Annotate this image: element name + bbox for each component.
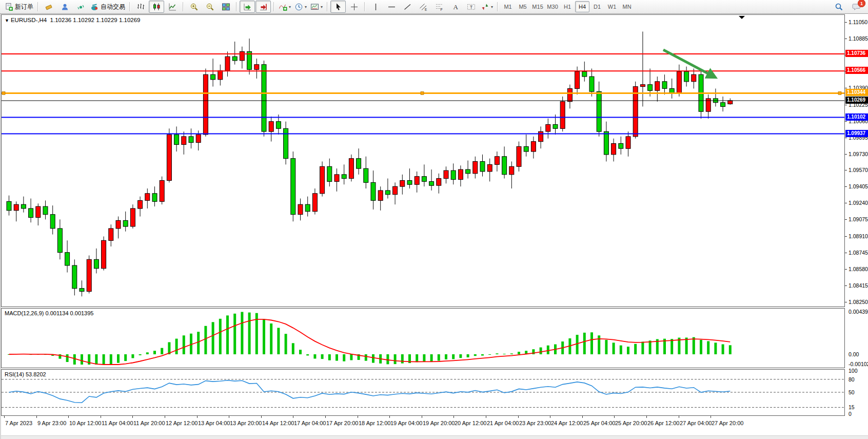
candle	[444, 170, 448, 179]
dropdown-arrow-icon[interactable]: ▾	[305, 5, 307, 9]
crosshair-button[interactable]	[346, 1, 362, 13]
macd-histogram-bar	[103, 354, 105, 365]
timeframe-M30-button[interactable]: M30	[545, 1, 560, 12]
equidistant-channel-button[interactable]: E	[416, 1, 431, 13]
line-handle[interactable]	[2, 91, 5, 94]
candle	[458, 169, 463, 180]
macd-histogram-bar	[277, 328, 280, 355]
date-axis[interactable]: 7 Apr 20239 Apr 23:0010 Apr 12:0011 Apr …	[1, 416, 845, 435]
date-label: 25 Apr 04:00	[583, 420, 615, 426]
ohlc-values: 1.10236 1.10292 1.10229 1.10269	[50, 17, 141, 23]
templates-button[interactable]: ▾	[309, 1, 324, 13]
candle	[334, 175, 339, 182]
trendline-button[interactable]	[400, 1, 415, 13]
timeframe-M15-button[interactable]: M15	[530, 1, 545, 12]
candles-icon	[152, 3, 161, 11]
arrows-button[interactable]: ▾	[479, 1, 495, 13]
indicators-button[interactable]: ▾	[277, 1, 292, 13]
macd-histogram-bar	[685, 338, 688, 355]
price-tick-label: 1.08250	[849, 299, 868, 305]
axis-tick	[845, 170, 847, 170]
line-handle[interactable]	[421, 91, 424, 94]
zoom-out-button[interactable]	[202, 1, 218, 13]
doc-plus-icon	[5, 3, 13, 11]
rsi-axis-label: 50	[849, 389, 855, 395]
candle	[160, 181, 164, 202]
auto-trading-button[interactable]: 自动交易	[89, 1, 127, 13]
candle	[415, 177, 419, 185]
timeframe-M5-button[interactable]: M5	[516, 1, 530, 12]
text-label-button[interactable]: T	[463, 1, 479, 13]
price-line-label: 1.10566	[845, 67, 868, 74]
search-button[interactable]	[831, 1, 846, 13]
macd-canvas[interactable]	[2, 309, 844, 368]
timeframe-D1-button[interactable]: D1	[590, 1, 604, 12]
price-line-label: 1.09937	[845, 130, 868, 137]
deposit-button[interactable]	[41, 1, 56, 13]
candle	[291, 159, 295, 215]
axis-tick	[845, 236, 847, 237]
line-handle[interactable]	[838, 91, 841, 94]
macd-histogram-bar	[452, 354, 455, 359]
macd-histogram-bar	[139, 354, 142, 355]
candlestick-chart-button[interactable]	[149, 1, 164, 13]
chart-shift-button[interactable]	[255, 1, 271, 13]
candle	[65, 253, 70, 265]
signals-button[interactable]	[73, 1, 88, 13]
auto-scroll-button[interactable]	[240, 1, 255, 13]
candle	[240, 51, 244, 61]
dropdown-arrow-icon[interactable]: ▾	[321, 5, 323, 9]
chart-window: ▼EURUSD-,H4 1.10236 1.10292 1.10229 1.10…	[0, 14, 868, 439]
candle	[473, 162, 478, 174]
line-chart-button[interactable]	[165, 1, 180, 13]
candlestick-chart-canvas[interactable]	[2, 15, 844, 307]
candle	[487, 164, 492, 171]
date-label: 19 Apr 20:00	[423, 420, 455, 426]
macd-panel[interactable]: MACD(12,26,9) 0.001134 0.001395	[1, 308, 845, 368]
vertical-line-button[interactable]	[368, 1, 383, 13]
candle	[123, 220, 128, 226]
notifications-button[interactable]: 1	[849, 1, 864, 13]
axis-tick	[845, 22, 847, 23]
macd-histogram-bar	[481, 354, 484, 356]
date-tick	[518, 416, 519, 418]
tile-windows-button[interactable]	[218, 1, 233, 13]
text-button[interactable]: A	[447, 1, 463, 13]
timeframe-W1-button[interactable]: W1	[605, 1, 619, 12]
toolbar-group	[133, 1, 180, 13]
dropdown-arrow-icon[interactable]: ▾	[491, 5, 493, 9]
macd-histogram-bar	[175, 339, 178, 354]
horizontal-line-button[interactable]	[384, 1, 399, 13]
dropdown-arrow-icon[interactable]: ▾	[289, 5, 291, 9]
timeframe-MN-button[interactable]: MN	[620, 1, 634, 12]
macd-histogram-bar	[365, 354, 367, 361]
macd-histogram-bar	[598, 335, 600, 354]
macd-histogram-bar	[117, 354, 120, 363]
collapse-icon[interactable]: ▼	[5, 18, 9, 23]
main-chart-panel[interactable]: ▼EURUSD-,H4 1.10236 1.10292 1.10229 1.10…	[1, 14, 845, 307]
timeframe-H4-button[interactable]: H4	[575, 1, 589, 12]
date-label: 18 Apr 12:00	[359, 420, 390, 426]
hline-icon	[387, 3, 396, 11]
bar-chart-button[interactable]	[133, 1, 148, 13]
price-axis[interactable]: 1.110501.108851.107201.105551.103901.102…	[845, 14, 868, 430]
timeframe-H1-button[interactable]: H1	[560, 1, 575, 12]
cursor-button[interactable]	[330, 1, 346, 13]
svg-text:T: T	[470, 4, 472, 9]
macd-histogram-bar	[219, 319, 222, 354]
periods-button[interactable]: ▾	[293, 1, 308, 13]
candle	[72, 265, 77, 289]
toolbar-group: 自动交易	[41, 1, 127, 13]
timeframe-M1-button[interactable]: M1	[501, 1, 515, 12]
new-order-button[interactable]: 新订单	[3, 1, 35, 13]
rsi-canvas[interactable]	[2, 370, 844, 415]
bars-icon	[136, 3, 145, 11]
chart-shift-marker[interactable]	[739, 16, 745, 19]
toolbar-group	[330, 1, 362, 13]
community-button[interactable]	[57, 1, 72, 13]
zoom-in-button[interactable]	[186, 1, 202, 13]
candle	[109, 228, 113, 240]
rsi-panel[interactable]: RSI(14) 53.8202	[1, 369, 845, 416]
candle	[597, 91, 601, 131]
fibonacci-button[interactable]: F	[431, 1, 447, 13]
